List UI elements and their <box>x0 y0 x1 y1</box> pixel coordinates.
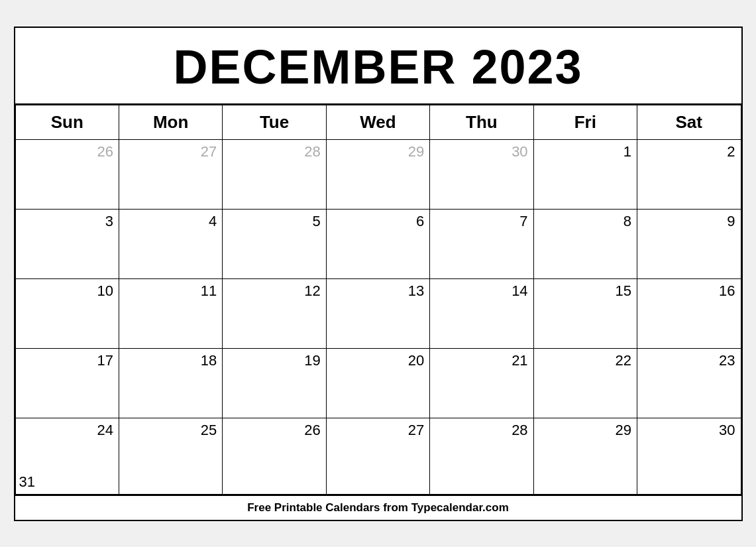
calendar-title: DECEMBER 2023 <box>15 28 741 105</box>
table-row: 11 <box>119 278 222 348</box>
week-row-2: 3 4 5 6 7 8 9 <box>15 209 741 278</box>
table-row: 1 <box>533 139 637 209</box>
header-mon: Mon <box>119 105 222 139</box>
table-row: 5 <box>223 209 326 278</box>
table-row: 28 <box>430 418 533 494</box>
table-row: 30 <box>430 139 533 209</box>
table-row: 12 <box>223 278 326 348</box>
table-row: 6 <box>326 209 429 278</box>
table-row: 25 <box>119 418 222 494</box>
table-row: 13 <box>326 278 429 348</box>
week-row-4: 17 18 19 20 21 22 23 <box>15 348 741 418</box>
table-row: 17 <box>15 348 119 418</box>
weekday-header-row: Sun Mon Tue Wed Thu Fri Sat <box>15 105 741 139</box>
header-sun: Sun <box>15 105 119 139</box>
double-day-cell: 24 31 <box>19 422 113 491</box>
table-row: 10 <box>15 278 119 348</box>
table-row: 26 <box>223 418 326 494</box>
table-row: 23 <box>637 348 741 418</box>
header-thu: Thu <box>430 105 533 139</box>
calendar-table: Sun Mon Tue Wed Thu Fri Sat 26 27 28 29 … <box>15 105 741 495</box>
week-row-1: 26 27 28 29 30 1 2 <box>15 139 741 209</box>
table-row: 2 <box>637 139 741 209</box>
table-row: 21 <box>430 348 533 418</box>
week-row-3: 10 11 12 13 14 15 16 <box>15 278 741 348</box>
calendar-container: DECEMBER 2023 Sun Mon Tue Wed Thu Fri Sa… <box>14 27 743 521</box>
header-fri: Fri <box>533 105 637 139</box>
table-row: 22 <box>533 348 637 418</box>
header-tue: Tue <box>223 105 326 139</box>
table-row: 26 <box>15 139 119 209</box>
table-row: 18 <box>119 348 222 418</box>
table-row: 16 <box>637 278 741 348</box>
footer-text: Free Printable Calendars from Typecalend… <box>15 495 741 520</box>
header-sat: Sat <box>637 105 741 139</box>
table-row: 9 <box>637 209 741 278</box>
week-row-5: 24 31 25 26 27 28 29 30 <box>15 418 741 494</box>
table-row: 29 <box>326 139 429 209</box>
table-row: 15 <box>533 278 637 348</box>
table-row: 24 31 <box>15 418 119 494</box>
table-row: 8 <box>533 209 637 278</box>
table-row: 7 <box>430 209 533 278</box>
table-row: 20 <box>326 348 429 418</box>
table-row: 28 <box>223 139 326 209</box>
table-row: 19 <box>223 348 326 418</box>
table-row: 27 <box>326 418 429 494</box>
header-wed: Wed <box>326 105 429 139</box>
table-row: 3 <box>15 209 119 278</box>
table-row: 14 <box>430 278 533 348</box>
table-row: 30 <box>637 418 741 494</box>
table-row: 29 <box>533 418 637 494</box>
table-row: 4 <box>119 209 222 278</box>
table-row: 27 <box>119 139 222 209</box>
